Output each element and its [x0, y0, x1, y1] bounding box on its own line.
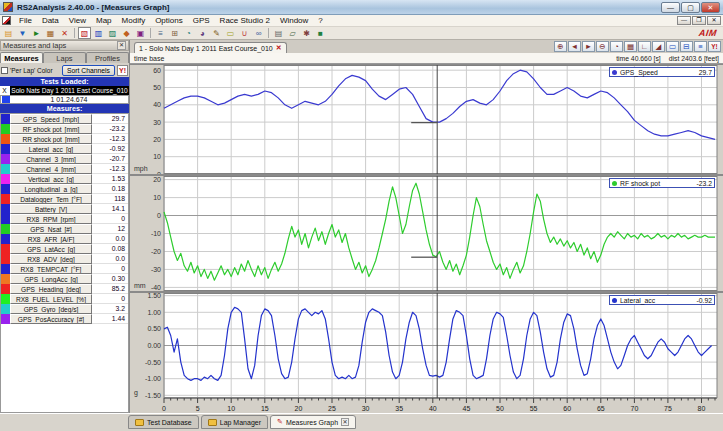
measure-name-button[interactable]: Datalogger_Tem[°F] — [10, 194, 92, 204]
link-icon[interactable]: ∞ — [252, 27, 265, 39]
split-lap-icon[interactable]: ≡ — [154, 27, 167, 39]
child-close-button[interactable]: ✕ — [707, 16, 721, 25]
measure-row[interactable]: GPS_Speed[mph]29.7 — [1, 114, 128, 124]
measure-name-button[interactable]: RX8_RPM[rpm] — [10, 214, 92, 224]
measure-color-swatch[interactable] — [1, 284, 10, 294]
measure-color-swatch[interactable] — [1, 154, 10, 164]
open-test-icon[interactable]: ▤ — [2, 27, 15, 39]
eraser-icon[interactable]: ▭ — [224, 27, 237, 39]
layout-split-icon[interactable]: ⊟ — [680, 41, 693, 52]
measure-color-swatch[interactable] — [1, 244, 10, 254]
track-map-icon[interactable]: ◆ — [120, 27, 133, 39]
measure-name-button[interactable]: RF shock pot[mm] — [10, 124, 92, 134]
lateral-chart[interactable]: 1.501.000.500.00-0.50-1.00-1.50g Lateral… — [130, 291, 723, 398]
measure-row[interactable]: Channel_4[mm]-12.3 — [1, 164, 128, 174]
measure-name-button[interactable]: RX8_TEMPCAT[°F] — [10, 264, 92, 274]
zoom-next-icon[interactable]: ► — [582, 41, 595, 52]
measure-row[interactable]: RX8_TEMPCAT[°F]0 — [1, 264, 128, 274]
shock-legend[interactable]: RF shock pot -23.2 — [609, 178, 715, 188]
download-data-icon[interactable]: ▼ — [16, 27, 29, 39]
time-base-icon[interactable]: ◔ — [610, 41, 623, 52]
close-button[interactable]: ✕ — [701, 2, 720, 13]
menu-modify[interactable]: Modify — [117, 16, 151, 25]
measure-name-button[interactable]: Battery[V] — [10, 204, 92, 214]
printer-icon[interactable]: ▤ — [272, 27, 285, 39]
measure-color-swatch[interactable] — [1, 314, 10, 324]
bottom-tab-lap-manager[interactable]: Lap Manager — [201, 415, 268, 429]
zoom-in-icon[interactable]: ⊕ — [554, 41, 567, 52]
report-icon[interactable]: ▣ — [134, 27, 147, 39]
layout-single-icon[interactable]: ▭ — [666, 41, 679, 52]
lateral-acc-plot[interactable]: 1.501.000.500.00-0.50-1.00-1.50g — [130, 293, 723, 398]
per-lap-color-checkbox[interactable] — [1, 67, 8, 74]
measure-color-swatch[interactable] — [1, 184, 10, 194]
measure-name-button[interactable]: GPS_Speed[mph] — [10, 114, 92, 124]
sort-channels-icon[interactable]: Y! — [708, 41, 721, 52]
menu-gps[interactable]: GPS — [188, 16, 215, 25]
lap-row[interactable]: 1 01.24.674 — [0, 95, 129, 104]
measure-name-button[interactable]: Longitudinal_a[g] — [10, 184, 92, 194]
measure-color-swatch[interactable] — [1, 224, 10, 234]
measure-color-swatch[interactable] — [1, 294, 10, 304]
database-icon[interactable]: ▦ — [44, 27, 57, 39]
sidebar-tab-measures[interactable]: Measures — [0, 52, 43, 63]
sort-order-icon[interactable]: Y! — [117, 65, 128, 76]
clock-icon[interactable]: ◕ — [196, 27, 209, 39]
measure-color-swatch[interactable] — [1, 174, 10, 184]
measure-row[interactable]: GPS_LatAcc[g]0.08 — [1, 244, 128, 254]
shock-chart[interactable]: 20100-10-20-30-40mm RF shock pot -23.2 — [130, 174, 723, 291]
measure-row[interactable]: Channel_3[mm]-20.7 — [1, 154, 128, 164]
magnet-icon[interactable]: ∪ — [238, 27, 251, 39]
measure-row[interactable]: RX8_FUEL_LEVEL[%]0 — [1, 294, 128, 304]
measure-row[interactable]: GPS_PosAccuracy[#]1.44 — [1, 314, 128, 324]
measure-name-button[interactable]: Channel_4[mm] — [10, 164, 92, 174]
copy-icon[interactable]: ▱ — [286, 27, 299, 39]
sidebar-tab-profiles[interactable]: Profiles — [86, 52, 129, 63]
menu--[interactable]: ? — [313, 16, 327, 25]
measures-graph-icon[interactable]: ▧ — [78, 27, 91, 39]
measure-row[interactable]: RF shock pot[mm]-23.2 — [1, 124, 128, 134]
measure-color-swatch[interactable] — [1, 194, 10, 204]
measure-color-swatch[interactable] — [1, 114, 10, 124]
layout-multi-icon[interactable]: ≡ — [694, 41, 707, 52]
sort-channels-button[interactable]: Sort Channels — [62, 65, 115, 76]
measure-row[interactable]: Longitudinal_a[g]0.18 — [1, 184, 128, 194]
zoom-window-icon[interactable]: ◔ — [182, 27, 195, 39]
measure-row[interactable]: RR shock pot[mm]-12.3 — [1, 134, 128, 144]
measure-name-button[interactable]: GPS_Nsat[#] — [10, 224, 92, 234]
measure-color-swatch[interactable] — [1, 124, 10, 134]
measure-color-swatch[interactable] — [1, 204, 10, 214]
lateral-legend[interactable]: Lateral_acc -0.92 — [609, 295, 715, 305]
measure-row[interactable]: GPS_Heading[deg]85.2 — [1, 284, 128, 294]
child-window-icon[interactable] — [2, 16, 11, 25]
distance-base-icon[interactable]: ▦ — [624, 41, 637, 52]
xy-plot-icon[interactable]: ▨ — [106, 27, 119, 39]
sidebar-tab-laps[interactable]: Laps — [43, 52, 86, 63]
maximize-button[interactable]: ▢ — [681, 2, 700, 13]
panel-close-icon[interactable]: ✕ — [117, 41, 126, 50]
menu-view[interactable]: View — [64, 16, 91, 25]
graph-tab-close-icon[interactable]: ✕ — [276, 44, 282, 52]
zoom-out-icon[interactable]: ⊖ — [596, 41, 609, 52]
measure-name-button[interactable]: Channel_3[mm] — [10, 154, 92, 164]
speed-chart[interactable]: 6050403020100mph GPS_Speed 29.7 — [130, 64, 723, 174]
measure-name-button[interactable]: GPS_PosAccuracy[#] — [10, 314, 92, 324]
measure-row[interactable]: RX8_AFR[A/F]0.0 — [1, 234, 128, 244]
measure-color-swatch[interactable] — [1, 214, 10, 224]
measure-color-swatch[interactable] — [1, 234, 10, 244]
measure-row[interactable]: Datalogger_Tem[°F]118 — [1, 194, 128, 204]
settings-icon[interactable]: ✱ — [300, 27, 313, 39]
histogram-icon[interactable]: ▥ — [92, 27, 105, 39]
child-restore-button[interactable]: ❐ — [692, 16, 706, 25]
measure-name-button[interactable]: Vertical_acc[g] — [10, 174, 92, 184]
measure-color-swatch[interactable] — [1, 274, 10, 284]
measure-name-button[interactable]: RX8_FUEL_LEVEL[%] — [10, 294, 92, 304]
measure-row[interactable]: Battery[V]14.1 — [1, 204, 128, 214]
axes-icon[interactable]: ∟ — [638, 41, 651, 52]
measure-name-button[interactable]: GPS_Heading[deg] — [10, 284, 92, 294]
test-row[interactable]: X Solo Nats Day 1 2011 East Course_010 — [0, 86, 129, 95]
measure-row[interactable]: Lateral_acc[g]-0.92 — [1, 144, 128, 154]
measure-name-button[interactable]: GPS_LongAcc[g] — [10, 274, 92, 284]
measure-name-button[interactable]: RX8_AFR[A/F] — [10, 234, 92, 244]
bottom-tab-test-database[interactable]: Test Database — [128, 415, 199, 429]
